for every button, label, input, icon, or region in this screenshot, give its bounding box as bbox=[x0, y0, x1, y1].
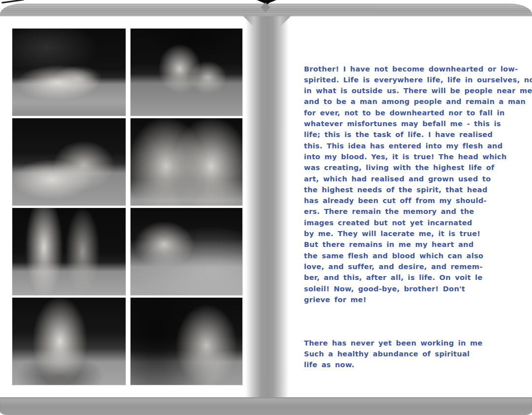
photo-foot-rollover bbox=[131, 298, 242, 385]
photo-grid bbox=[12, 29, 242, 385]
photo-feet-demi-pointe bbox=[12, 208, 126, 295]
page-gutter bbox=[245, 16, 289, 397]
photo-feet-standing bbox=[131, 29, 242, 116]
photo-feet-crossed bbox=[12, 29, 126, 116]
letter-paragraph: There has never yet been working in me S… bbox=[304, 338, 523, 371]
photo-feet-closeup bbox=[131, 118, 242, 206]
photo-foot-releve-back bbox=[12, 298, 126, 385]
photo-feet-side-view bbox=[12, 118, 126, 206]
left-page bbox=[0, 16, 245, 397]
photo-foot-tiptoe bbox=[131, 208, 242, 295]
handwritten-letter: Brother! I have not become downhearted o… bbox=[304, 41, 523, 392]
open-book-spread: Brother! I have not become downhearted o… bbox=[0, 0, 532, 415]
right-page: Brother! I have not become downhearted o… bbox=[289, 16, 532, 397]
book-bottom-edge bbox=[0, 397, 532, 415]
letter-paragraph: Brother! I have not become downhearted o… bbox=[304, 64, 523, 306]
